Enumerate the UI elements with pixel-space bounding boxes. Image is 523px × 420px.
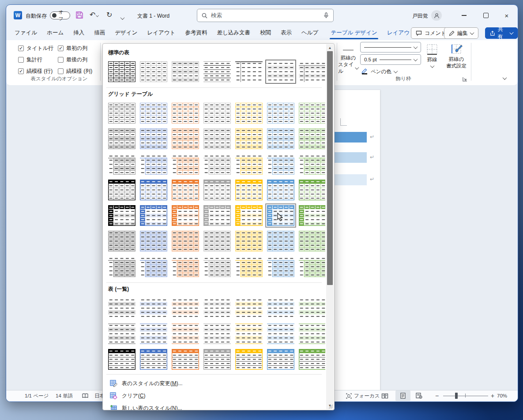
read-mode-button[interactable] [381, 390, 388, 401]
table-style-thumbnail[interactable] [106, 101, 137, 125]
table-style-thumbnail[interactable] [297, 255, 325, 279]
ribbon-tab-2[interactable]: ホーム [42, 26, 68, 40]
ribbon-tab-7[interactable]: 参考資料 [180, 26, 212, 40]
table-style-thumbnail[interactable] [170, 127, 201, 151]
table-style-thumbnail[interactable] [297, 152, 325, 176]
gallery-menu-item-3[interactable]: 新しい表のスタイル(N)... [106, 402, 325, 410]
table-style-thumbnail[interactable] [233, 101, 264, 125]
table-style-thumbnail[interactable] [202, 229, 233, 253]
checkbox-checked[interactable]: ✓ [58, 45, 64, 51]
word-count[interactable]: 14 単語 [56, 390, 73, 401]
line-weight-combobox[interactable]: 0.5 pt [360, 54, 421, 65]
style-option-2[interactable]: ✓最初の列 [58, 45, 87, 52]
table-style-thumbnail[interactable] [202, 178, 233, 202]
style-option-4[interactable]: 最後の列 [58, 56, 87, 63]
table-style-thumbnail[interactable] [170, 322, 201, 346]
table-style-thumbnail[interactable] [202, 296, 233, 320]
table-style-thumbnail[interactable] [106, 255, 137, 279]
table-style-thumbnail[interactable] [297, 101, 325, 125]
autosave-toggle[interactable]: オフ [50, 11, 70, 19]
redo-button[interactable]: ↻ [106, 11, 112, 19]
table-style-thumbnail[interactable] [170, 152, 201, 176]
ribbon-tab-4[interactable]: 描画 [89, 26, 110, 40]
ribbon-tab-10[interactable]: 表示 [276, 26, 297, 40]
table-style-thumbnail[interactable] [170, 296, 201, 320]
minimize-button[interactable] [457, 9, 470, 22]
table-style-thumbnail[interactable] [106, 203, 137, 228]
search-input[interactable]: 検索 [197, 9, 334, 22]
table-style-thumbnail[interactable] [138, 178, 169, 202]
style-option-5[interactable]: ✓縞模様 (行) [18, 68, 53, 75]
table-style-thumbnail[interactable] [233, 347, 264, 371]
table-style-thumbnail[interactable] [138, 229, 169, 253]
table-style-thumbnail[interactable] [233, 229, 264, 253]
table-style-thumbnail[interactable] [170, 229, 201, 253]
table-style-thumbnail[interactable] [170, 203, 201, 228]
zoom-out-button[interactable]: − [435, 390, 439, 401]
table-style-thumbnail[interactable] [106, 296, 137, 320]
checkbox-unchecked[interactable] [58, 57, 64, 63]
undo-button[interactable]: ↶ [90, 11, 98, 19]
table-style-thumbnail[interactable] [297, 322, 325, 346]
style-option-6[interactable]: 縞模様 (列) [58, 68, 92, 75]
table-style-thumbnail[interactable] [297, 203, 325, 228]
table-style-thumbnail[interactable] [265, 101, 296, 125]
gallery-menu-item-2[interactable]: クリア(C) [106, 390, 325, 402]
table-style-thumbnail[interactable] [233, 178, 264, 202]
table-style-thumbnail[interactable] [106, 178, 137, 202]
table-style-thumbnail[interactable] [297, 60, 325, 84]
gallery-scrollbar[interactable]: ▲ ▼ [326, 44, 334, 409]
table-style-thumbnail[interactable] [202, 60, 233, 84]
close-button[interactable]: × [500, 9, 513, 22]
checkbox-unchecked[interactable] [18, 57, 24, 63]
table-style-thumbnail[interactable] [170, 60, 201, 84]
zoom-slider[interactable] [443, 395, 488, 396]
table-style-thumbnail[interactable] [170, 178, 201, 202]
gallery-menu-item-1[interactable]: 表のスタイルの変更(M)... [106, 377, 325, 390]
table-style-thumbnail[interactable] [138, 347, 169, 371]
table-style-thumbnail[interactable] [138, 322, 169, 346]
table-style-thumbnail[interactable] [138, 101, 169, 125]
pen-color-button[interactable]: ペンの色 [361, 68, 397, 75]
table-style-thumbnail[interactable] [138, 60, 169, 84]
table-style-thumbnail[interactable] [138, 127, 169, 151]
scroll-up-icon[interactable]: ▲ [326, 46, 334, 50]
table-style-thumbnail[interactable] [233, 127, 264, 151]
table-style-thumbnail[interactable] [297, 127, 325, 151]
table-style-thumbnail[interactable] [138, 296, 169, 320]
save-icon[interactable] [75, 11, 83, 21]
ribbon-tab-5[interactable]: デザイン [110, 26, 142, 40]
style-option-1[interactable]: ✓タイトル行 [18, 45, 53, 52]
table-style-thumbnail[interactable] [202, 127, 233, 151]
table-style-thumbnail[interactable] [265, 347, 296, 371]
table-style-thumbnail[interactable] [202, 203, 233, 228]
table-style-thumbnail[interactable] [170, 255, 201, 279]
border-style-button[interactable]: 罫線の スタイル [338, 46, 358, 75]
table-style-thumbnail[interactable] [297, 229, 325, 253]
ribbon-tab-1[interactable]: ファイル [10, 26, 42, 40]
style-option-3[interactable]: 集計行 [18, 56, 42, 63]
ribbon-tab-3[interactable]: 挿入 [68, 26, 89, 40]
table-style-thumbnail[interactable] [106, 127, 137, 151]
user-name[interactable]: 戸田覚 [412, 12, 428, 20]
table-style-thumbnail[interactable] [106, 322, 137, 346]
scrollbar-thumb[interactable] [327, 51, 333, 285]
table-style-thumbnail[interactable] [106, 152, 137, 176]
quick-access-chevron-icon[interactable] [121, 14, 124, 22]
line-style-combobox[interactable] [360, 42, 421, 52]
print-layout-button[interactable] [395, 390, 410, 401]
ribbon-tab-11[interactable]: ヘルプ [297, 26, 323, 40]
collapse-ribbon-chevron-icon[interactable] [503, 74, 506, 82]
ribbon-tab-8[interactable]: 差し込み文書 [212, 26, 255, 40]
table-style-thumbnail[interactable] [265, 60, 296, 84]
table-style-thumbnail[interactable] [265, 296, 296, 320]
table-style-thumbnail[interactable] [297, 347, 325, 371]
ribbon-tab-6[interactable]: レイアウト [142, 26, 180, 40]
borders-button[interactable]: 罫線 [423, 44, 441, 68]
checkbox-checked[interactable]: ✓ [18, 68, 24, 74]
zoom-slider-thumb[interactable] [455, 393, 458, 399]
table-style-thumbnail[interactable] [265, 178, 296, 202]
border-painter-button[interactable]: 罫線の 書式設定 [444, 44, 469, 69]
dialog-launcher-icon[interactable] [463, 75, 467, 83]
editing-button[interactable]: 編集 [444, 27, 478, 39]
